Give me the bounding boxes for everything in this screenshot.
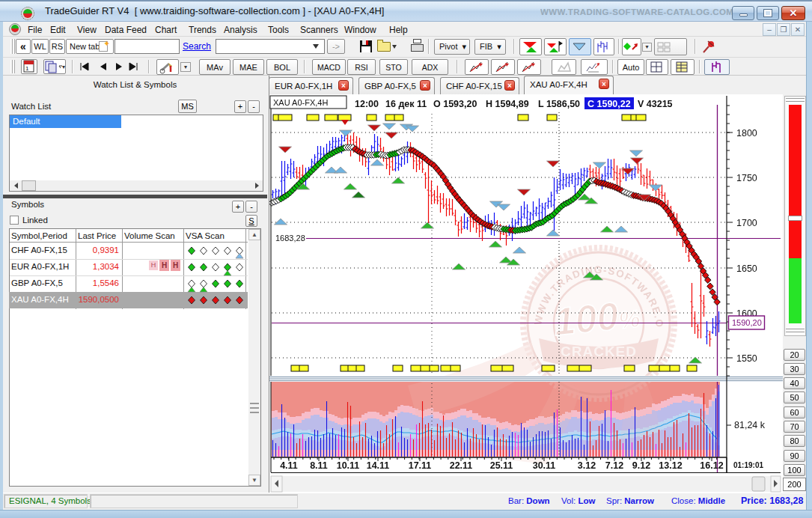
svg-text:1: 1 — [25, 65, 29, 72]
svg-text:30.11: 30.11 — [533, 460, 556, 471]
svg-text:8.11: 8.11 — [310, 460, 328, 471]
svg-text:1650: 1650 — [736, 263, 757, 274]
svg-text:81,24 k: 81,24 k — [734, 420, 766, 430]
svg-text:25.11: 25.11 — [490, 460, 513, 471]
svg-text:C 1590,22: C 1590,22 — [587, 99, 631, 109]
svg-text:16 дек 11: 16 дек 11 — [385, 99, 427, 109]
svg-text:L 1586,50: L 1586,50 — [538, 99, 580, 109]
svg-text:13.12: 13.12 — [659, 460, 682, 471]
svg-text:9.12: 9.12 — [632, 460, 650, 471]
svg-text:4.11: 4.11 — [280, 460, 298, 471]
svg-text:22.11: 22.11 — [450, 460, 473, 471]
svg-text:10.11: 10.11 — [337, 460, 360, 471]
svg-text:1683,28: 1683,28 — [275, 234, 305, 243]
svg-text:14.11: 14.11 — [367, 460, 390, 471]
svg-text:XAU A0-FX,4H: XAU A0-FX,4H — [273, 98, 328, 107]
svg-text:1750: 1750 — [736, 173, 757, 183]
svg-text:12:00: 12:00 — [355, 99, 379, 109]
svg-text:17.11: 17.11 — [409, 460, 432, 471]
svg-text:3.12: 3.12 — [578, 460, 596, 471]
svg-text:V 43215: V 43215 — [638, 99, 673, 109]
svg-text:01:19:01: 01:19:01 — [733, 461, 763, 469]
svg-text:1700: 1700 — [736, 218, 757, 228]
svg-text:16.12: 16.12 — [700, 460, 723, 471]
svg-text:CRACKED: CRACKED — [561, 344, 637, 359]
svg-text:1590,20: 1590,20 — [732, 318, 762, 327]
svg-text:1550: 1550 — [736, 353, 757, 364]
svg-text:1800: 1800 — [736, 128, 757, 138]
svg-text:7.12: 7.12 — [605, 460, 623, 471]
svg-text:O 1593,20: O 1593,20 — [433, 99, 477, 109]
svg-text:H 1594,89: H 1594,89 — [486, 99, 529, 109]
